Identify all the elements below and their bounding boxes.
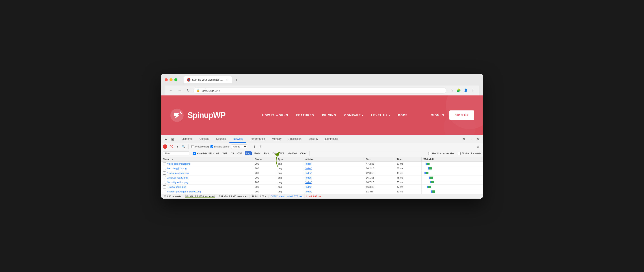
row-name: 5-latest-packages-installed.png — [161, 189, 253, 194]
filter-ws[interactable]: WS — [279, 152, 286, 155]
nav-item-how-it-works[interactable]: HOW IT WORKS — [262, 114, 288, 117]
preserve-log-checkbox[interactable]: Preserve log — [191, 145, 209, 148]
logo-area[interactable]: SpinupWP — [170, 108, 226, 122]
filter-icon[interactable]: ▼ — [175, 144, 180, 149]
new-tab-button[interactable]: + — [234, 77, 240, 83]
network-settings-button[interactable]: ⚙ — [475, 144, 481, 150]
row-initiator[interactable]: (index) — [303, 170, 364, 175]
table-row[interactable]: 2-server-ready.png 200 png (index) 16.1 … — [161, 175, 483, 180]
tab-lighthouse[interactable]: Lighthouse — [322, 136, 342, 142]
tab-network[interactable]: Network — [230, 136, 246, 142]
nav-item-features[interactable]: FEATURES — [296, 114, 314, 117]
download-button[interactable]: ⬇ — [259, 144, 263, 149]
throttle-select[interactable]: Online Fast 3G Slow 3G Offline — [231, 144, 247, 149]
table-row[interactable]: 5-latest-packages-installed.png 200 png … — [161, 189, 483, 194]
row-checkbox[interactable] — [163, 181, 166, 184]
tab-sources[interactable]: Sources — [213, 136, 230, 142]
blocked-requests-checkbox[interactable]: Blocked Requests — [458, 152, 481, 155]
close-button[interactable] — [165, 78, 168, 81]
nav-item-pricing[interactable]: PRICING — [322, 114, 336, 117]
filter-doc[interactable]: Doc — [271, 152, 278, 155]
row-initiator[interactable]: (index) — [303, 175, 364, 180]
blocked-requests-input[interactable] — [458, 152, 461, 155]
upload-button[interactable]: ⬆ — [252, 144, 257, 149]
filter-css[interactable]: CSS — [236, 152, 244, 155]
nav-item-docs[interactable]: DOCS — [398, 114, 408, 117]
tab-performance[interactable]: Performance — [246, 136, 268, 142]
col-header-initiator[interactable]: Initiator — [303, 157, 364, 162]
active-tab[interactable]: 🐾 Spin up your own blazing fast ✕ — [184, 76, 232, 83]
filter-other[interactable]: Other — [299, 152, 308, 155]
devtools-tabs: Elements Console Sources Network Perform… — [178, 136, 460, 142]
has-blocked-cookies-checkbox[interactable]: Has blocked cookies — [428, 152, 454, 155]
row-checkbox[interactable] — [163, 167, 166, 170]
devtools-corner-buttons: ▶ ▣ — [163, 136, 176, 142]
forward-button[interactable]: → — [176, 87, 183, 94]
col-header-waterfall[interactable]: Waterfall — [422, 157, 483, 162]
row-checkbox[interactable] — [163, 162, 166, 165]
profile-button[interactable]: 👤 — [462, 87, 469, 94]
search-filter-button[interactable]: 🔍 — [182, 144, 186, 149]
filter-input[interactable] — [163, 152, 189, 156]
nav-item-level-up[interactable]: LEVEL UP ▾ — [371, 114, 390, 117]
device-toggle-button[interactable]: ▣ — [170, 136, 176, 142]
devtools-settings-button[interactable]: ⚙ — [461, 136, 467, 142]
row-time: 55 ms — [395, 166, 422, 170]
row-initiator[interactable]: (index) — [303, 184, 364, 189]
tab-console[interactable]: Console — [196, 136, 213, 142]
record-button[interactable] — [163, 144, 167, 149]
col-header-time[interactable]: Time — [395, 157, 422, 162]
table-row[interactable]: video-screenshot.png 200 png (index) 47.… — [161, 161, 483, 166]
filter-font[interactable]: Font — [263, 152, 270, 155]
menu-button[interactable]: ⋮ — [470, 87, 476, 94]
resources-size: 531 kB / 2.2 MB resources — [219, 195, 248, 198]
row-checkbox[interactable] — [163, 176, 166, 179]
row-checkbox[interactable] — [163, 190, 166, 193]
stop-button[interactable]: 🚫 — [169, 144, 174, 149]
filter-all[interactable]: All — [215, 152, 220, 155]
row-initiator[interactable]: (index) — [303, 166, 364, 170]
row-initiator[interactable]: (index) — [303, 180, 364, 184]
back-button[interactable]: ← — [168, 87, 174, 94]
hide-data-urls-checkbox[interactable]: Hide data URLs — [193, 152, 214, 155]
tab-close-button[interactable]: ✕ — [225, 78, 228, 82]
disable-cache-checkbox[interactable]: Disable cache — [210, 145, 230, 148]
filter-xhr[interactable]: XHR — [221, 152, 229, 155]
bookmark-button[interactable]: ☆ — [448, 87, 455, 94]
extensions-button[interactable]: 🧩 — [456, 87, 462, 94]
col-header-type[interactable]: Type — [276, 157, 303, 162]
table-row[interactable]: 4-sudo-users.png 200 png (index) 16.3 kB… — [161, 184, 483, 189]
tab-application[interactable]: Application — [285, 136, 305, 142]
row-initiator[interactable]: (index) — [303, 189, 364, 194]
filter-img[interactable]: Img — [245, 152, 252, 156]
col-header-name[interactable]: Name ▲ — [161, 157, 253, 162]
filter-js[interactable]: JS — [230, 152, 235, 155]
devtools-more-button[interactable]: ⋮ — [468, 136, 474, 142]
table-row[interactable]: 1-spinup-server.png 200 png (index) 22.8… — [161, 170, 483, 175]
nav-item-compare[interactable]: COMPARE ▾ — [344, 114, 363, 117]
row-checkbox[interactable] — [163, 185, 166, 188]
transferred-size: 534 kB / 1.2 MB transferred — [185, 195, 215, 198]
minimize-button[interactable] — [170, 78, 172, 81]
has-blocked-cookies-input[interactable] — [428, 152, 431, 155]
row-checkbox[interactable] — [163, 172, 166, 174]
maximize-button[interactable] — [174, 78, 178, 81]
svg-point-3 — [180, 112, 181, 113]
tab-elements[interactable]: Elements — [178, 136, 196, 142]
devtools-close-button[interactable]: ✕ — [475, 136, 481, 142]
col-header-size[interactable]: Size — [364, 157, 395, 162]
row-initiator[interactable]: (index) — [303, 161, 364, 166]
tab-security[interactable]: Security — [305, 136, 322, 142]
col-header-status[interactable]: Status — [253, 157, 276, 162]
table-row[interactable]: 3-configuration.png 200 png (index) 18.7… — [161, 180, 483, 184]
filter-media[interactable]: Media — [252, 152, 262, 155]
preserve-log-input[interactable] — [191, 145, 194, 148]
hide-data-urls-input[interactable] — [193, 152, 196, 155]
table-row[interactable]: hero-img@2x.png 200 png (index) 76.2 kB … — [161, 166, 483, 170]
tab-memory[interactable]: Memory — [268, 136, 285, 142]
reload-button[interactable]: ↻ — [185, 87, 191, 94]
filter-manifest[interactable]: Manifest — [286, 152, 298, 155]
disable-cache-input[interactable] — [210, 145, 213, 148]
address-bar[interactable]: 🔒 spinupwp.com — [193, 87, 446, 94]
inspect-element-button[interactable]: ▶ — [163, 136, 169, 142]
